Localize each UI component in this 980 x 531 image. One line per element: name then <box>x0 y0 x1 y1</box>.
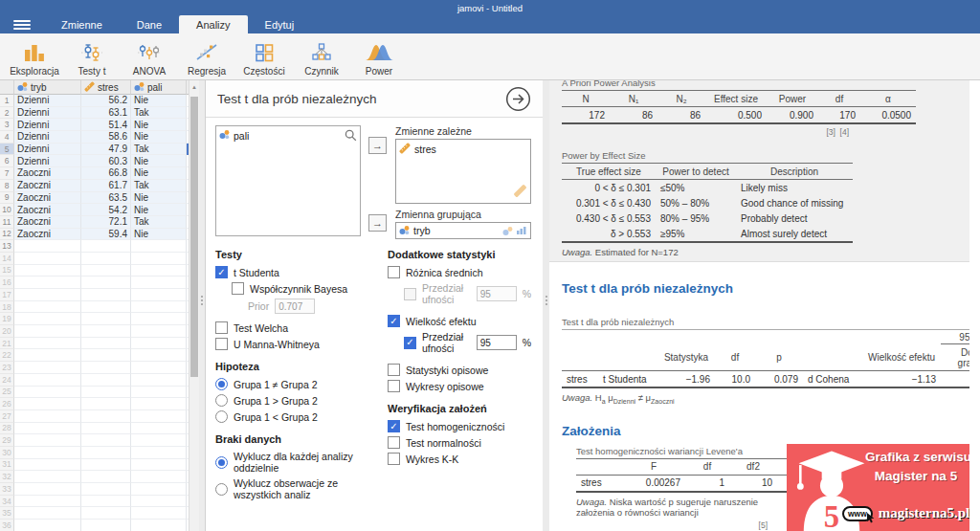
radio-two-tailed[interactable] <box>215 378 228 390</box>
cell[interactable] <box>81 387 131 399</box>
row-number[interactable]: 34 <box>0 496 14 508</box>
move-to-grouping-button[interactable]: → <box>368 214 387 232</box>
cell[interactable] <box>14 434 81 447</box>
radio-exclude-listwise[interactable] <box>215 483 228 496</box>
cell[interactable] <box>14 301 81 314</box>
cell[interactable]: Nie <box>131 95 187 107</box>
checkbox-qq-plot[interactable] <box>388 453 400 465</box>
ci-effect-size-input[interactable] <box>477 335 517 350</box>
row-number[interactable]: 29 <box>0 434 14 447</box>
cell[interactable]: 59.4 <box>81 229 131 241</box>
move-to-dependent-button[interactable]: → <box>368 137 387 154</box>
cell[interactable]: Zaoczni <box>14 216 81 229</box>
cell[interactable] <box>131 277 187 289</box>
row-number[interactable]: 20 <box>0 325 14 338</box>
row-number[interactable]: 9 <box>0 192 14 205</box>
row-number[interactable]: 7 <box>0 167 14 180</box>
vertical-scrollbar[interactable]: ▲ <box>189 80 199 531</box>
cell[interactable]: Dzienni <box>14 131 81 144</box>
cell[interactable] <box>14 459 81 472</box>
cell[interactable]: 54.2 <box>81 204 131 216</box>
cell[interactable] <box>81 349 131 362</box>
cell[interactable] <box>81 240 131 253</box>
row-number[interactable]: 6 <box>0 155 14 167</box>
cell[interactable] <box>131 423 187 435</box>
cell[interactable]: 56.2 <box>81 95 131 107</box>
row-number[interactable]: 22 <box>0 349 14 362</box>
cell[interactable]: 72.1 <box>81 216 131 229</box>
cell[interactable] <box>14 447 81 459</box>
cell[interactable]: Zaoczni <box>14 167 81 180</box>
row-number[interactable]: 36 <box>0 520 14 531</box>
checkbox-descriptives[interactable] <box>388 364 400 376</box>
ci-mean-difference-input[interactable] <box>477 286 517 301</box>
row-number[interactable]: 26 <box>0 398 14 410</box>
cell[interactable] <box>14 325 81 338</box>
checkbox-ci-effect-size[interactable] <box>404 337 416 349</box>
prior-input[interactable] <box>275 299 315 314</box>
cell[interactable] <box>81 447 131 459</box>
cell[interactable] <box>131 496 187 508</box>
row-number[interactable]: 15 <box>0 265 14 277</box>
cell[interactable] <box>131 289 187 301</box>
cell[interactable] <box>81 434 131 447</box>
scroll-up-arrow[interactable]: ▲ <box>189 80 199 93</box>
checkbox-bayes-factor[interactable] <box>232 282 244 295</box>
cell[interactable] <box>14 520 81 531</box>
radio-less[interactable] <box>215 410 228 423</box>
cell[interactable] <box>81 338 131 350</box>
ribbon-ttests-button[interactable]: Testy t <box>63 33 121 79</box>
available-variables-box[interactable]: pali <box>215 125 361 236</box>
cell[interactable] <box>14 483 81 496</box>
checkbox-descriptive-plots[interactable] <box>388 380 400 392</box>
radio-greater[interactable] <box>215 394 228 407</box>
cell[interactable] <box>131 410 187 423</box>
row-number[interactable]: 3 <box>0 119 14 131</box>
cell[interactable] <box>131 520 187 531</box>
row-number[interactable]: 25 <box>0 387 14 399</box>
row-number[interactable]: 32 <box>0 471 14 483</box>
row-number[interactable]: 10 <box>0 204 14 216</box>
tab-edytuj[interactable]: Edytuj <box>248 15 312 33</box>
cell[interactable] <box>81 362 131 374</box>
cell[interactable] <box>131 434 187 447</box>
cell[interactable]: Nie <box>131 167 187 180</box>
cell[interactable] <box>14 362 81 374</box>
cell[interactable] <box>14 240 81 253</box>
cell[interactable] <box>81 423 131 435</box>
cell[interactable]: 63.1 <box>81 107 131 120</box>
row-number[interactable]: 23 <box>0 362 14 374</box>
checkbox-welch-test[interactable] <box>215 321 228 334</box>
cell[interactable]: 58.6 <box>81 131 131 144</box>
ribbon-exploration-button[interactable]: Eksploracja <box>6 33 63 79</box>
row-number[interactable]: 13 <box>0 240 14 253</box>
cell[interactable] <box>81 410 131 423</box>
cell[interactable]: Dzienni <box>14 107 81 120</box>
column-header-pali[interactable]: pali <box>131 80 187 95</box>
ribbon-factor-button[interactable]: Czynnik <box>293 33 350 79</box>
cell[interactable] <box>81 313 131 325</box>
cell[interactable]: 51.4 <box>81 119 131 131</box>
row-number[interactable]: 12 <box>0 229 14 241</box>
cell[interactable] <box>81 301 131 314</box>
row-number[interactable]: 1 <box>0 95 14 107</box>
collapse-arrow-button[interactable] <box>505 86 531 112</box>
cell[interactable]: Dzienni <box>14 144 81 156</box>
dependent-variables-box[interactable]: stres <box>395 139 531 204</box>
tab-dane[interactable]: Dane <box>120 15 179 33</box>
cell[interactable] <box>14 265 81 277</box>
cell[interactable] <box>131 362 187 374</box>
options-results-splitter[interactable] <box>543 80 549 531</box>
variable-item-tryb[interactable]: tryb <box>399 225 431 237</box>
tab-analizy[interactable]: Analizy <box>179 15 247 33</box>
cell[interactable] <box>81 471 131 483</box>
ribbon-frequencies-button[interactable]: Częstości <box>235 33 293 79</box>
cell[interactable]: Nie <box>131 119 187 131</box>
row-number[interactable]: 21 <box>0 338 14 350</box>
results-power-analysis-section[interactable]: A Priori Power Analysis NN₁N₂Effect size… <box>549 80 969 261</box>
column-header-stres[interactable]: stres <box>81 80 131 95</box>
cell[interactable] <box>14 398 81 410</box>
cell[interactable] <box>131 301 187 314</box>
cell[interactable] <box>81 398 131 410</box>
cell[interactable]: Tak <box>131 216 187 229</box>
